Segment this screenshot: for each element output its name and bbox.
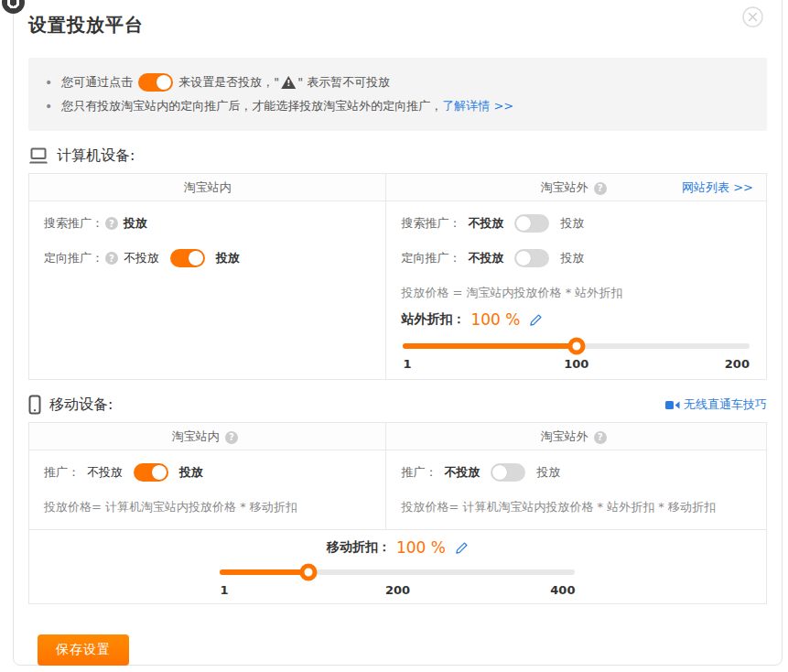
mobile-onsite-cell: 推广： 不投放 投放 投放价格= 计算机淘宝站内投放价格 * 移动折扣 (29, 450, 386, 529)
on-label: 投放 (560, 215, 584, 232)
mobile-offsite-promo-toggle[interactable] (491, 463, 525, 482)
help-icon[interactable]: ? (594, 182, 607, 195)
on-label: 投放 (216, 250, 240, 266)
computer-offsite-cell: 搜索推广： 不投放 投放 定向推广： 不投放 投放 投放价格 = 淘宝站内投放价… (386, 201, 766, 379)
offsite-discount-value: 100 % (470, 310, 520, 329)
target-promo-row: 定向推广： ? 不投放 投放 (44, 249, 371, 267)
computer-offsite-target-toggle[interactable] (514, 249, 549, 267)
price-formula: 投放价格= 计算机淘宝站内投放价格 * 移动折扣 (44, 498, 371, 516)
notice-text: " 表示暂不可投放 (297, 74, 390, 91)
help-icon[interactable]: ? (225, 431, 238, 444)
notice-text: 您可通过点击 (61, 74, 133, 91)
price-formula: 投放价格 = 淘宝站内投放价格 * 站外折扣 (401, 284, 751, 302)
on-label: 投放 (179, 464, 203, 481)
computer-onsite-cell: 搜索推广： ? 投放 定向推广： ? 不投放 投放 (29, 201, 386, 379)
offsite-slider-labels: 1 100 200 (403, 357, 750, 374)
help-icon[interactable]: ? (594, 431, 607, 444)
notice-line-1: • 您可通过点击 来设置是否投放，" ! " 表示暂不可投放 (45, 70, 750, 94)
mobile-discount-slider[interactable] (220, 563, 575, 581)
off-label: 不投放 (124, 250, 159, 266)
target-promo-row: 定向推广： 不投放 投放 (401, 249, 751, 267)
mobile-section-header: 移动设备: 无线直通车技巧 (28, 393, 767, 417)
video-icon (665, 400, 680, 410)
promo-row: 推广： 不投放 投放 (44, 463, 371, 482)
edit-icon[interactable] (529, 313, 543, 327)
computer-offsite-header: 淘宝站外 ? 网站列表 >> (386, 174, 766, 201)
mobile-slider-labels: 1 200 400 (220, 583, 575, 600)
computer-section-header: 计算机设备: (28, 144, 767, 168)
off-label: 不投放 (444, 464, 480, 481)
computer-offsite-search-toggle[interactable] (514, 214, 549, 233)
mobile-discount-value: 100 % (396, 538, 446, 557)
notice-text: 来设置是否投放，" (178, 74, 279, 91)
wireless-tips-link[interactable]: 无线直通车技巧 (665, 396, 767, 413)
computer-icon (28, 147, 49, 165)
bullet-icon: • (45, 75, 52, 90)
off-label: 不投放 (87, 464, 123, 481)
mobile-offsite-header: 淘宝站外 ? (386, 423, 766, 450)
mobile-discount-row: 移动折扣： 100 % 1 (29, 529, 766, 603)
on-label: 投放 (560, 250, 584, 266)
edit-icon[interactable] (455, 541, 469, 555)
offsite-discount-slider[interactable] (403, 337, 750, 355)
computer-section-title: 计算机设备: (57, 146, 135, 166)
promo-row: 推广： 不投放 投放 (401, 463, 751, 482)
help-icon[interactable]: ? (105, 217, 118, 230)
computer-table: 淘宝站内 淘宝站外 ? 网站列表 >> 搜索推广： ? 投放 定向推广： ? 不… (28, 173, 767, 380)
offsite-discount-line: 站外折扣： 100 % (401, 309, 751, 330)
off-label: 不投放 (468, 250, 503, 266)
mobile-onsite-header: 淘宝站内 ? (29, 423, 386, 450)
mobile-onsite-promo-toggle[interactable] (134, 463, 168, 482)
toggle-example[interactable] (138, 73, 173, 92)
computer-onsite-target-toggle[interactable] (170, 249, 205, 267)
mobile-offsite-cell: 推广： 不投放 投放 投放价格= 计算机淘宝站内投放价格 * 站外折扣 * 移动… (386, 450, 766, 529)
on-label: 投放 (536, 464, 560, 481)
save-button[interactable]: 保存设置 (38, 634, 129, 666)
search-promo-row: 搜索推广： 不投放 投放 (401, 214, 751, 233)
search-promo-row: 搜索推广： ? 投放 (44, 214, 371, 233)
off-label: 不投放 (468, 215, 503, 232)
slider-handle[interactable] (567, 338, 585, 355)
computer-onsite-header: 淘宝站内 (29, 174, 386, 201)
mobile-section-title: 移动设备: (49, 396, 113, 415)
bullet-icon: • (45, 99, 52, 114)
page-title: 设置投放平台 (28, 14, 767, 36)
mobile-discount-line: 移动折扣： 100 % (44, 537, 751, 558)
phone-icon (28, 395, 41, 415)
warning-icon: ! (281, 76, 296, 89)
learn-more-link[interactable]: 了解详情 >> (442, 98, 513, 114)
settings-dialog: 设置投放平台 • 您可通过点击 来设置是否投放，" ! " 表示暂不可投放 • … (13, 0, 783, 666)
search-promo-status: 投放 (124, 215, 147, 232)
notice-box: • 您可通过点击 来设置是否投放，" ! " 表示暂不可投放 • 您只有投放淘宝… (28, 58, 767, 131)
mobile-table: 淘宝站内 ? 淘宝站外 ? 推广： 不投放 投放 投放价格= 计算机淘宝站内投放… (28, 422, 767, 604)
notice-text: 您只有投放淘宝站内的定向推广后，才能选择投放淘宝站外的定向推广， (61, 98, 442, 114)
notice-line-2: • 您只有投放淘宝站内的定向推广后，才能选择投放淘宝站外的定向推广， 了解详情 … (45, 94, 750, 118)
price-formula: 投放价格= 计算机淘宝站内投放价格 * 站外折扣 * 移动折扣 (401, 498, 751, 516)
slider-handle[interactable] (300, 564, 318, 581)
help-icon[interactable]: ? (105, 252, 118, 265)
site-list-link[interactable]: 网站列表 >> (682, 174, 753, 201)
